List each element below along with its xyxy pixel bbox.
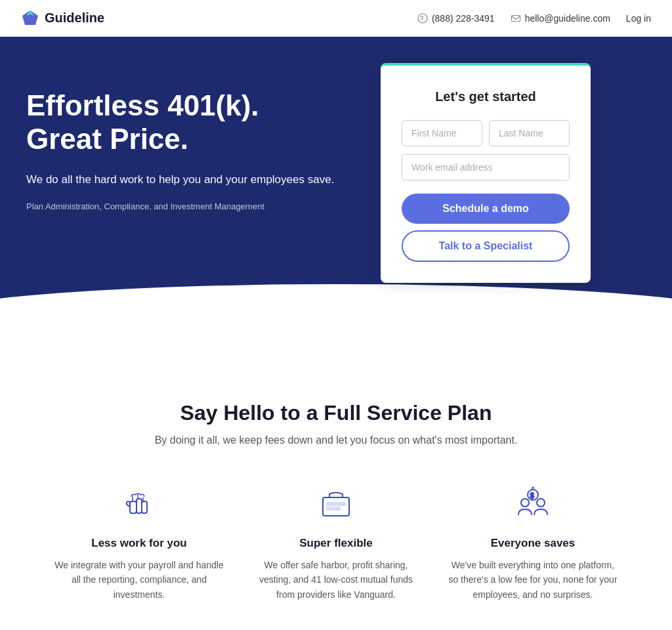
hero-tagline: Plan Administration, Compliance, and Inv… bbox=[26, 201, 381, 211]
svg-point-11 bbox=[521, 499, 529, 507]
email-icon bbox=[511, 13, 521, 24]
service-item-saves: $ Everyone saves We've built everything … bbox=[448, 483, 618, 602]
svg-point-12 bbox=[537, 499, 545, 507]
hero-section: Effortless 401(k).Great Price. We do all… bbox=[0, 37, 672, 362]
svg-rect-6 bbox=[136, 499, 142, 513]
flexible-plan-icon bbox=[315, 483, 357, 525]
svg-text:$: $ bbox=[530, 492, 534, 499]
phone-icon bbox=[417, 13, 428, 24]
hero-title: Effortless 401(k).Great Price. bbox=[26, 89, 381, 156]
services-title: Say Hello to a Full Service Plan bbox=[26, 401, 646, 425]
svg-rect-5 bbox=[130, 501, 136, 513]
name-row bbox=[402, 120, 570, 146]
services-subtitle: By doing it all, we keep fees down and l… bbox=[26, 434, 646, 446]
services-grid: Less work for you We integrate with your… bbox=[54, 483, 618, 602]
first-name-input[interactable] bbox=[402, 120, 482, 146]
service-name-2: Everyone saves bbox=[448, 537, 618, 550]
svg-point-3 bbox=[421, 20, 422, 20]
logo[interactable]: Guideline bbox=[21, 9, 104, 28]
service-desc-0: We integrate with your payroll and handl… bbox=[54, 558, 224, 602]
service-item-flexible: Super flexible We offer safe harbor, pro… bbox=[251, 483, 421, 602]
service-desc-1: We offer safe harbor, profit sharing, ve… bbox=[251, 558, 421, 602]
hero-content: Effortless 401(k).Great Price. We do all… bbox=[26, 76, 381, 211]
header-right: (888) 228-3491 hello@guideline.com Log i… bbox=[417, 13, 651, 24]
service-item-less-work: Less work for you We integrate with your… bbox=[54, 483, 224, 602]
hero-subtitle: We do all the hard work to help you and … bbox=[26, 171, 381, 188]
svg-rect-10 bbox=[327, 507, 340, 510]
hand-pointing-icon bbox=[118, 483, 160, 525]
talk-specialist-button[interactable]: Talk to a Specialist bbox=[402, 230, 570, 262]
svg-rect-4 bbox=[511, 15, 520, 21]
login-button[interactable]: Log in bbox=[626, 13, 651, 24]
header: Guideline (888) 228-3491 hello@guideline… bbox=[0, 0, 672, 37]
logo-icon bbox=[21, 9, 39, 28]
svg-rect-7 bbox=[142, 501, 147, 513]
phone-contact: (888) 228-3491 bbox=[417, 13, 495, 24]
service-name-0: Less work for you bbox=[54, 537, 224, 550]
email-contact: hello@guideline.com bbox=[511, 13, 610, 24]
signup-form-card: Let's get started Schedule a demo Talk t… bbox=[381, 63, 591, 283]
phone-number: (888) 228-3491 bbox=[432, 13, 495, 24]
schedule-demo-button[interactable]: Schedule a demo bbox=[402, 194, 570, 224]
email-input[interactable] bbox=[402, 154, 570, 180]
email-address: hello@guideline.com bbox=[525, 13, 610, 24]
svg-rect-9 bbox=[327, 503, 345, 505]
logo-text: Guideline bbox=[45, 10, 104, 26]
service-name-1: Super flexible bbox=[251, 537, 421, 550]
last-name-input[interactable] bbox=[489, 120, 570, 146]
service-desc-2: We've built everything into one platform… bbox=[448, 558, 618, 602]
form-title: Let's get started bbox=[402, 89, 570, 104]
services-section: Say Hello to a Full Service Plan By doin… bbox=[0, 362, 672, 630]
everyone-saves-icon: $ bbox=[512, 483, 554, 525]
